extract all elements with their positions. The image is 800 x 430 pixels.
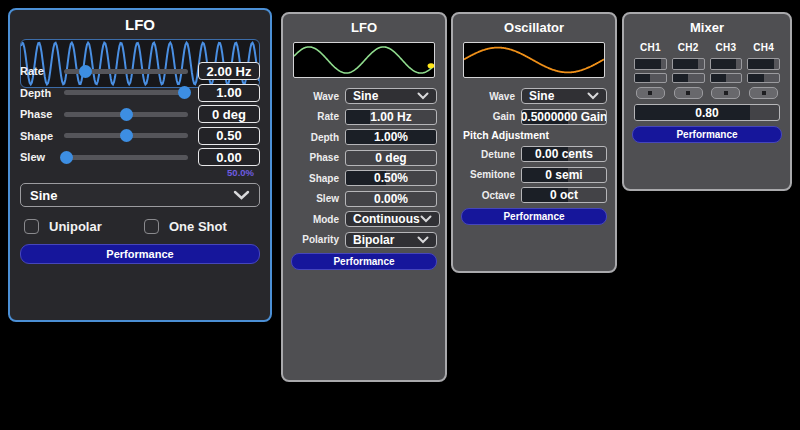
slew-dragbox[interactable]: 0.00% <box>345 191 437 207</box>
slew-value-box[interactable]: 0.00 <box>198 148 260 166</box>
detune-row: Detune 0.00 cents <box>461 146 607 162</box>
panel-title: Oscillator <box>461 20 607 36</box>
drag-fill <box>635 74 650 82</box>
rate-dragbox[interactable]: 1.00 Hz <box>345 109 437 125</box>
slew-row: Slew 0.00 50.0% <box>20 148 260 166</box>
shape-dragbox[interactable]: 0.50% <box>345 170 437 186</box>
slew-label: Slew <box>20 151 64 163</box>
depth-slider-handle[interactable] <box>178 86 191 99</box>
shape-row: Shape 0.50 0 deg <box>20 127 260 145</box>
lfo-slider-rows: Rate 2.00 Hz Depth 1.00 2.00 Hz Phase <box>20 62 260 166</box>
depth-dragbox[interactable]: 1.00% <box>345 129 437 145</box>
phase-dragbox[interactable]: 0 deg <box>345 150 437 166</box>
wave-shape-select[interactable]: Sine <box>20 183 260 207</box>
chevron-down-icon <box>587 92 599 100</box>
polarity-row: Polarity Bipolar <box>291 232 437 248</box>
phase-slider[interactable] <box>64 112 188 117</box>
polarity-select[interactable]: Bipolar <box>345 232 437 248</box>
mode-select[interactable]: Continuous <box>345 211 440 227</box>
ch3-mute-toggle[interactable] <box>711 87 740 99</box>
ch2-pan-dragbox[interactable] <box>672 73 705 83</box>
polarity-label: Polarity <box>291 234 345 245</box>
slew-row: Slew 0.00% <box>291 191 437 207</box>
wave-select-value: Sine <box>353 89 378 103</box>
ch4-pan-dragbox[interactable] <box>747 73 780 83</box>
lfo-compact-module-panel[interactable]: LFO Wave Sine Rate 1.00 Hz Depth 1.00% <box>281 12 447 382</box>
ch2-mute-toggle[interactable] <box>674 87 703 99</box>
chevron-down-icon <box>417 236 429 244</box>
shape-label: Shape <box>291 173 345 184</box>
ch1-mute-toggle[interactable] <box>636 87 665 99</box>
ch4-mute-toggle[interactable] <box>749 87 778 99</box>
depth-slider[interactable] <box>64 90 188 95</box>
lfo-module-panel-selected[interactable]: LFO Rate 2.00 Hz Depth 1.00 2.00 Hz <box>8 8 272 322</box>
ch3-pan-dragbox[interactable] <box>710 73 743 83</box>
panel-title: LFO <box>20 16 260 33</box>
rate-slider-handle[interactable] <box>79 65 92 78</box>
wave-select-value: Sine <box>529 89 554 103</box>
phase-slider-handle[interactable] <box>120 108 133 121</box>
channel-2-label: CH2 <box>678 42 699 54</box>
wave-select[interactable]: Sine <box>345 88 437 104</box>
rate-value-box[interactable]: 2.00 Hz <box>198 62 260 80</box>
oneshot-checkbox[interactable]: One Shot <box>140 217 260 235</box>
phase-value-box[interactable]: 0 deg <box>198 105 260 123</box>
rate-label: Rate <box>20 65 64 77</box>
channel-1-strip: CH1 <box>634 42 667 99</box>
oscillator-module-panel[interactable]: Oscillator Wave Sine Gain 0.5000000 Gain… <box>451 12 617 273</box>
master-level-row: 0.80 <box>634 104 780 121</box>
ch2-gain-dragbox[interactable] <box>672 58 705 70</box>
oscillator-waveform-display <box>463 42 605 78</box>
depth-label: Depth <box>20 87 64 99</box>
phase-label: Phase <box>291 152 345 163</box>
chevron-down-icon <box>233 190 250 200</box>
performance-button[interactable]: Performance <box>20 244 260 264</box>
rate-row: Rate 1.00 Hz <box>291 109 437 125</box>
wave-select[interactable]: Sine <box>521 88 607 104</box>
semitone-label: Semitone <box>461 169 521 180</box>
detune-dragbox[interactable]: 0.00 cents <box>521 146 607 162</box>
panel-title: Mixer <box>632 20 782 36</box>
phase-label: Phase <box>20 108 64 120</box>
shape-value-box[interactable]: 0.50 <box>198 127 260 145</box>
performance-button[interactable]: Performance <box>461 208 607 225</box>
shape-slider-handle[interactable] <box>120 129 133 142</box>
wave-row: Wave Sine <box>461 88 607 104</box>
gain-row: Gain 0.5000000 Gain <box>461 109 607 125</box>
octave-label: Octave <box>461 190 521 201</box>
mode-select-value: Continuous <box>353 212 420 226</box>
rate-slider[interactable] <box>64 69 188 74</box>
wave-label: Wave <box>461 91 521 102</box>
performance-button[interactable]: Performance <box>291 253 437 270</box>
slew-slider[interactable] <box>64 155 188 160</box>
mixer-module-panel[interactable]: Mixer CH1 CH2 <box>622 12 792 191</box>
performance-button[interactable]: Performance <box>632 126 782 143</box>
checkbox-box-icon[interactable] <box>144 219 159 234</box>
semitone-row: Semitone 0 semi <box>461 167 607 183</box>
depth-label: Depth <box>291 132 345 143</box>
ch1-gain-dragbox[interactable] <box>634 58 667 70</box>
mode-checkboxes: Unipolar One Shot <box>20 217 260 235</box>
ch1-pan-dragbox[interactable] <box>634 73 667 83</box>
toggle-dot-icon <box>648 91 652 95</box>
depth-value-box[interactable]: 1.00 <box>198 84 260 102</box>
shape-slider[interactable] <box>64 133 188 138</box>
ch3-gain-dragbox[interactable] <box>710 58 743 70</box>
unipolar-label: Unipolar <box>49 219 102 234</box>
polarity-select-value: Bipolar <box>353 233 394 247</box>
master-level-dragbox[interactable]: 0.80 <box>634 104 780 121</box>
lfo-waveform-display <box>293 42 435 78</box>
pitch-adjustment-section-label: Pitch Adjustment <box>463 129 607 141</box>
channel-4-label: CH4 <box>753 42 774 54</box>
chevron-down-icon <box>417 92 429 100</box>
phase-row: Phase 0 deg 100.0% <box>20 105 260 123</box>
octave-dragbox[interactable]: 0 oct <box>521 187 607 203</box>
gain-dragbox[interactable]: 0.5000000 Gain <box>521 109 607 125</box>
semitone-dragbox[interactable]: 0 semi <box>521 167 607 183</box>
ch4-gain-dragbox[interactable] <box>747 58 780 70</box>
unipolar-checkbox[interactable]: Unipolar <box>20 217 140 235</box>
depth-row: Depth 1.00 2.00 Hz <box>20 84 260 102</box>
slew-slider-handle[interactable] <box>60 151 73 164</box>
rate-label: Rate <box>291 111 345 122</box>
checkbox-box-icon[interactable] <box>24 219 39 234</box>
